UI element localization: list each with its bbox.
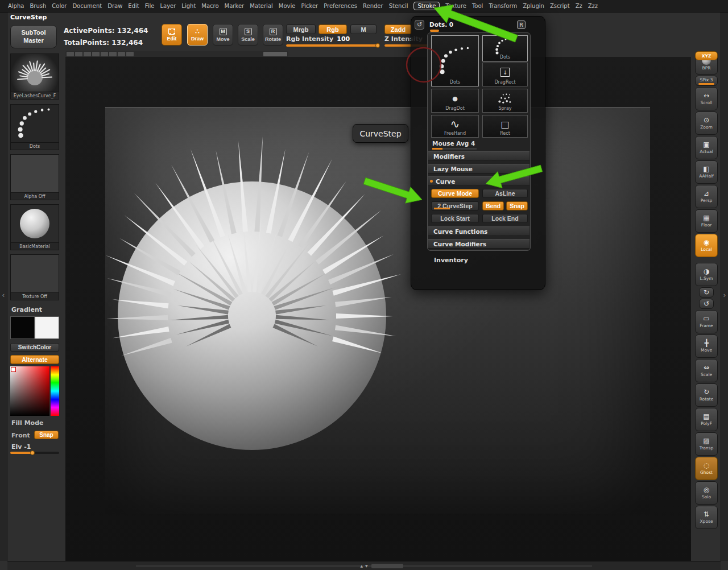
menu-item-alpha[interactable]: Alpha	[8, 3, 24, 9]
draw-button[interactable]: ∴ Draw	[187, 24, 208, 46]
document-canvas[interactable]	[105, 107, 650, 514]
current-texture-thumb[interactable]: Texture Off	[10, 254, 59, 300]
current-alpha-thumb[interactable]: Alpha Off	[10, 154, 59, 200]
color-picker[interactable]	[10, 366, 59, 416]
menu-item-document[interactable]: Document	[72, 3, 102, 9]
asline-button[interactable]: AsLine	[482, 189, 528, 198]
subtool-master-button[interactable]: SubTool Master	[10, 25, 57, 48]
mrgb-button[interactable]: Mrgb	[286, 24, 316, 34]
menu-item-layer[interactable]: Layer	[160, 3, 176, 9]
menu-item-picker[interactable]: Picker	[301, 3, 318, 9]
shelf-actual-button[interactable]: ▣Actual	[695, 136, 718, 159]
menu-item-zz[interactable]: Zz	[576, 3, 582, 9]
shelf-xpose-button[interactable]: ⇅Xpose	[695, 506, 718, 529]
inventory-label[interactable]: Inventory	[434, 257, 468, 264]
rgb-button[interactable]: Rgb	[318, 24, 347, 34]
popup-mini-slider[interactable]	[430, 30, 439, 32]
current-material-thumb[interactable]: BasicMaterial	[10, 204, 59, 250]
stroke-type-rect[interactable]: □ Rect	[482, 115, 528, 138]
menu-item-edit[interactable]: Edit	[128, 3, 139, 9]
m-button[interactable]: M	[350, 24, 377, 34]
menu-item-draw[interactable]: Draw	[107, 3, 122, 9]
shelf-move-button[interactable]: ╋Move	[695, 334, 718, 358]
popup-refresh-icon[interactable]: ↺	[415, 20, 424, 30]
menu-item-macro[interactable]: Macro	[201, 3, 218, 9]
shelf-spix-button[interactable]: SPix 3	[695, 76, 718, 86]
menu-item-color[interactable]: Color	[52, 3, 67, 9]
hue-strip[interactable]	[51, 366, 59, 416]
lock-end-button[interactable]: Lock End	[482, 214, 528, 223]
menu-item-stroke[interactable]: Stroke	[413, 2, 440, 10]
lock-start-button[interactable]: Lock Start	[431, 214, 479, 223]
menu-item-stencil[interactable]: Stencil	[389, 3, 408, 9]
move-button[interactable]: M Move	[213, 24, 233, 46]
menu-item-zscript[interactable]: Zscript	[550, 3, 570, 9]
saturation-value-area[interactable]	[10, 366, 49, 416]
scrollbar-thumb[interactable]	[263, 52, 287, 56]
alternate-button[interactable]: Alternate	[10, 355, 59, 364]
menu-item-render[interactable]: Render	[363, 3, 383, 9]
shelf-xyz-button[interactable]: XYZ	[695, 51, 718, 60]
switchcolor-button[interactable]: SwitchColor	[10, 343, 59, 352]
shelf-rotate-cw-button[interactable]: ↻	[699, 287, 714, 298]
shelf-ghost-button[interactable]: ◌Ghost	[695, 457, 718, 480]
bend-button[interactable]: Bend	[482, 201, 504, 210]
shelf-persp-button[interactable]: ⊿Persp	[695, 185, 718, 208]
rgb-intensity-knob[interactable]	[375, 43, 380, 48]
menu-item-texture[interactable]: Texture	[445, 3, 466, 9]
menu-item-brush[interactable]: Brush	[30, 3, 46, 9]
snap-button[interactable]: Snap	[34, 431, 59, 439]
popup-restore-button[interactable]: R	[517, 20, 526, 29]
menu-item-zplugin[interactable]: Zplugin	[523, 3, 544, 9]
menu-item-transform[interactable]: Transform	[489, 3, 517, 9]
zadd-button[interactable]: Zadd	[384, 24, 412, 34]
curvestep-slider[interactable]: 2 CurveStep	[431, 201, 479, 210]
menu-item-material[interactable]: Material	[250, 3, 273, 9]
shelf-frame-button[interactable]: ▭Frame	[695, 310, 718, 333]
shelf-aahalf-button[interactable]: ◧AAHalf	[695, 160, 718, 184]
shelf-transp-button[interactable]: ▨Transp	[695, 432, 718, 456]
bottom-scrollbar-thumb[interactable]	[371, 564, 403, 568]
shelf-scale-button[interactable]: ⇔Scale	[695, 359, 718, 382]
menu-item-tool[interactable]: Tool	[472, 3, 483, 9]
menu-item-light[interactable]: Light	[181, 3, 196, 9]
current-brush-thumb[interactable]: EyeLashesCurve_F	[10, 53, 59, 100]
menu-item-preferences[interactable]: Preferences	[324, 3, 357, 9]
section-lazy-mouse[interactable]: Lazy Mouse	[428, 164, 530, 174]
stroke-type-dragdot[interactable]: ● DragDot	[431, 89, 479, 113]
stroke-type-dragrect[interactable]: ↓ DragRect	[482, 63, 528, 86]
section-curve-modifiers[interactable]: Curve Modifiers	[428, 239, 530, 249]
spix-slider[interactable]	[698, 83, 714, 85]
main-color-swatch[interactable]	[10, 316, 35, 339]
shelf-floor-button[interactable]: ▦Floor	[695, 209, 718, 233]
rgb-intensity-slider[interactable]	[286, 44, 380, 47]
snap-curve-button[interactable]: Snap	[506, 201, 528, 210]
menu-item-marker[interactable]: Marker	[225, 3, 245, 9]
elv-slider[interactable]	[10, 452, 59, 454]
shelf-local-button[interactable]: ◉Local	[695, 234, 718, 257]
stroke-type-dots-large[interactable]: Dots	[431, 35, 479, 86]
section-curve-functions[interactable]: Curve Functions	[428, 226, 530, 236]
section-modifiers[interactable]: Modifiers	[428, 151, 530, 161]
stroke-type-dots[interactable]: Dots	[482, 35, 528, 61]
mouse-avg-slider[interactable]	[432, 148, 477, 150]
scroll-up-icon[interactable]: ▲	[360, 564, 363, 568]
shelf-lsym-button[interactable]: ◑L.Sym	[695, 263, 718, 286]
scroll-down-icon[interactable]: ▼	[365, 564, 368, 568]
edit-button[interactable]: Edit	[162, 24, 182, 46]
shelf-rotate-button[interactable]: ↻Rotate	[695, 383, 718, 407]
section-curve[interactable]: Curve	[428, 176, 530, 186]
shelf-scroll-button[interactable]: ↔Scroll	[695, 87, 718, 110]
elv-slider-knob[interactable]	[30, 451, 35, 455]
menu-item-zzz[interactable]: Zzz	[588, 3, 598, 9]
menu-item-movie[interactable]: Movie	[279, 3, 296, 9]
curve-mode-button[interactable]: Curve Mode	[431, 189, 479, 198]
scale-button[interactable]: S Scale	[238, 24, 258, 46]
shelf-zoom-button[interactable]: ⊙Zoom	[695, 111, 718, 135]
left-collapse-chevron[interactable]: ‹	[0, 291, 7, 299]
right-collapse-chevron[interactable]: ›	[721, 291, 728, 299]
bottom-scrollbar[interactable]: ▲ ▼	[7, 561, 721, 570]
stroke-type-freehand[interactable]: ∿ FreeHand	[431, 115, 479, 138]
shelf-polyf-button[interactable]: ▤PolyF	[695, 408, 718, 431]
current-stroke-thumb[interactable]: Dots	[10, 104, 59, 150]
